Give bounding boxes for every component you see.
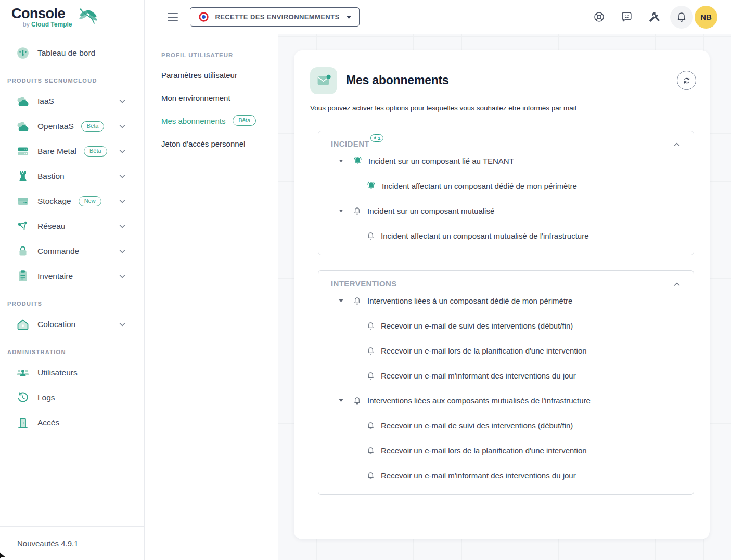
cloud-icon	[16, 120, 30, 133]
chevron-down-icon[interactable]	[118, 272, 126, 280]
subscription-row: Recevoir un e-mail de suivi des interven…	[318, 413, 694, 438]
sidebar-item-stockage[interactable]: StockageNew	[0, 189, 144, 214]
environment-select[interactable]: RECETTE DES ENVIRONNEMMENTS	[190, 7, 360, 27]
storage-icon	[16, 195, 30, 207]
sidebar-nav: Tableau de bord PRODUITS SECNUMCLOUDIaaS…	[0, 34, 144, 435]
profile-nav-mon-environnement[interactable]: Mon environnement	[161, 86, 278, 109]
sidebar-section-label-administration: ADMINISTRATION	[0, 337, 144, 360]
chevron-down-icon[interactable]	[118, 320, 126, 329]
subscriptions-card: Mes abonnements Vous pouvez activer les …	[294, 50, 710, 539]
chat-button[interactable]	[615, 6, 638, 29]
sidebar-section-label-produits: PRODUITS	[0, 289, 144, 312]
page-title: Mes abonnements	[346, 73, 449, 87]
sidebar-item-reseau[interactable]: Réseau	[0, 214, 144, 239]
bell-count-badge: 1	[370, 134, 383, 142]
subscription-row: Incident affectant un composant mutualis…	[318, 224, 694, 249]
house-icon	[16, 318, 30, 331]
chevron-down-icon[interactable]	[118, 147, 126, 155]
sidebar-item-bastion[interactable]: Bastion	[0, 164, 144, 189]
server-icon	[16, 145, 30, 158]
profile-nav-mes-abonnements[interactable]: Mes abonnementsBêta	[161, 109, 278, 132]
chevron-down-icon[interactable]	[118, 172, 126, 180]
main-area: Mes abonnements Vous pouvez activer les …	[278, 34, 731, 560]
sidebar-item-commande[interactable]: Commande	[0, 239, 144, 264]
roundel-icon	[199, 12, 209, 22]
bell-off-icon[interactable]	[366, 446, 376, 456]
environment-select-label: RECETTE DES ENVIRONNEMMENTS	[214, 13, 341, 21]
bell-on-icon[interactable]	[366, 180, 377, 191]
subscription-row: Incident affectant un composant dédié de…	[318, 174, 694, 199]
whats-new-link[interactable]: Nouveautés 4.9.1	[0, 526, 144, 560]
caret-down-icon[interactable]	[338, 158, 344, 164]
bell-off-icon[interactable]	[352, 396, 362, 406]
hamburger-menu-icon[interactable]	[165, 10, 181, 24]
sidebar-item-acces[interactable]: Accès	[0, 410, 144, 435]
app-logo[interactable]: Console by Cloud Temple	[0, 0, 144, 34]
sidebar-item-tableau-de-bord[interactable]: Tableau de bord	[0, 41, 144, 66]
caret-down-icon[interactable]	[338, 208, 344, 214]
sidebar-item-logs[interactable]: Logs	[0, 385, 144, 410]
profile-sidebar: PROFIL UTILISATEUR Paramètres utilisateu…	[145, 34, 278, 560]
subscription-row: Incident sur un composant mutualisé	[318, 199, 694, 224]
chevron-down-icon[interactable]	[118, 122, 126, 131]
chevron-up-icon[interactable]	[673, 279, 681, 289]
mouse-cursor	[0, 551, 6, 560]
bell-button[interactable]	[670, 6, 693, 29]
subscription-row: Recevoir un e-mail m'informant des inter…	[318, 363, 694, 388]
sidebar-item-utilisateurs[interactable]: Utilisateurs	[0, 360, 144, 385]
profile-nav-parametres-utilisateur[interactable]: Paramètres utilisateur	[161, 63, 278, 86]
sidebar-item-colocation[interactable]: Colocation	[0, 312, 144, 337]
beta-badge: Bêta	[84, 146, 107, 157]
chevron-up-icon[interactable]	[673, 139, 681, 149]
user-avatar[interactable]: NB	[695, 6, 717, 29]
subscription-row: Recevoir un e-mail lors de la planificat…	[318, 438, 694, 463]
subscription-group-interventions: INTERVENTIONSInterventions liées à un co…	[318, 270, 694, 495]
cloud-icon	[16, 95, 30, 108]
subscription-row: Interventions liées aux composants mutua…	[318, 388, 694, 413]
subscription-row: Recevoir un e-mail lors de la planificat…	[318, 338, 694, 363]
caret-down-icon[interactable]	[338, 298, 344, 304]
bell-off-icon[interactable]	[352, 296, 362, 306]
brand-byline: by Cloud Temple	[23, 21, 72, 28]
subscription-group-incident: INCIDENT1Incident sur un composant lié a…	[318, 131, 694, 255]
subscription-row: Recevoir un e-mail m'informant des inter…	[318, 463, 694, 488]
tools-icon	[648, 10, 661, 23]
chevron-down-icon[interactable]	[118, 247, 126, 255]
door-icon	[16, 416, 30, 429]
gauge-icon	[16, 46, 30, 60]
subscription-row: Incident sur un composant lié au TENANT	[318, 149, 694, 174]
subscription-row: Recevoir un e-mail de suivi des interven…	[318, 314, 694, 338]
caret-down-icon[interactable]	[338, 398, 344, 403]
bell-off-icon[interactable]	[366, 346, 376, 356]
refresh-icon	[682, 76, 691, 85]
sidebar-item-bare-metal[interactable]: Bare MetalBêta	[0, 139, 144, 164]
dragonfly-icon	[76, 7, 100, 28]
sidebar-item-iaas[interactable]: IaaS	[0, 89, 144, 114]
refresh-button[interactable]	[677, 71, 696, 90]
lifebuoy-button[interactable]	[587, 6, 610, 29]
bell-off-icon[interactable]	[366, 471, 376, 481]
sidebar-item-inventaire[interactable]: Inventaire	[0, 264, 144, 289]
caret-down-icon	[346, 15, 352, 19]
page-subtitle: Vous pouvez activer les options pour les…	[310, 104, 694, 112]
users-icon	[16, 367, 30, 379]
lock-icon	[16, 244, 30, 258]
bell-on-icon[interactable]	[352, 155, 363, 166]
bell-off-icon[interactable]	[366, 371, 376, 381]
tools-button[interactable]	[643, 6, 665, 29]
beta-badge: Bêta	[81, 121, 105, 132]
bell-off-icon[interactable]	[366, 421, 376, 431]
clipboard-icon	[16, 269, 30, 283]
chevron-down-icon[interactable]	[118, 97, 126, 106]
sidebar-item-openiaas[interactable]: OpenIaaSBêta	[0, 114, 144, 139]
bell-off-icon[interactable]	[366, 321, 376, 331]
chevron-down-icon[interactable]	[118, 197, 126, 205]
chevron-down-icon[interactable]	[118, 222, 126, 230]
profile-nav-jeton-d-acces-personnel[interactable]: Jeton d'accès personnel	[161, 132, 278, 155]
bell-off-icon[interactable]	[352, 206, 362, 216]
subscription-section-title: INCIDENT	[331, 139, 369, 148]
profile-section-title: PROFIL UTILISATEUR	[161, 52, 278, 58]
beta-badge: Bêta	[233, 115, 256, 126]
sidebar-section-label-produits-secnumcloud: PRODUITS SECNUMCLOUD	[0, 66, 144, 89]
bell-off-icon[interactable]	[366, 231, 376, 241]
